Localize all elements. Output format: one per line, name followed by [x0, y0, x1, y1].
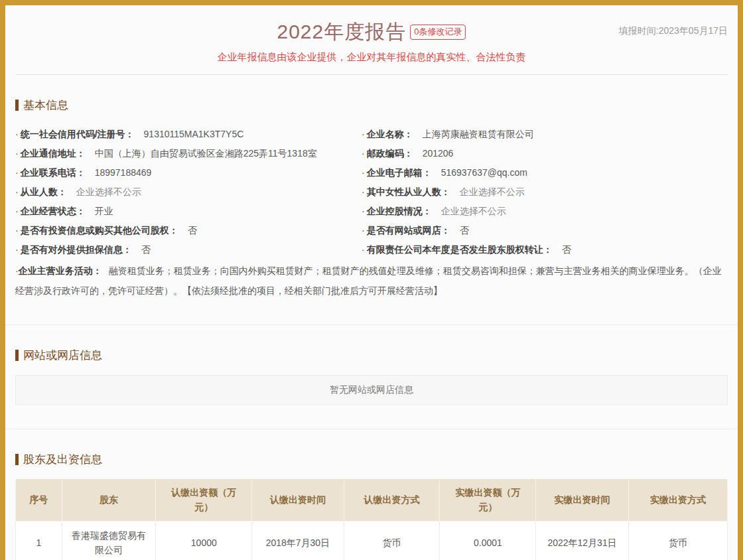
basic-info-field: ·企业电子邮箱：516937637@qq.com: [362, 163, 728, 182]
basic-info-field: ·有限责任公司本年度是否发生股东股权转让：否: [362, 240, 728, 259]
field-value: 否: [562, 244, 571, 255]
column-header: 序号: [16, 479, 62, 521]
website-empty-box: 暂无网站或网店信息: [15, 375, 728, 405]
bullet-icon: ·: [15, 206, 19, 216]
main-business-field: ·企业主营业务活动：融资租赁业务；租赁业务；向国内外购买租赁财产；租赁财产的残值…: [15, 261, 728, 301]
field-label: 邮政编码：: [367, 148, 413, 159]
field-value: 企业选择不公示: [441, 206, 506, 216]
column-header: 实缴出资时间: [536, 479, 628, 521]
bullet-icon: ·: [362, 186, 365, 197]
basic-info-field: ·企业名称：上海芮康融资租赁有限公司: [362, 125, 728, 144]
field-value: 否: [460, 225, 469, 236]
bullet-icon: ·: [15, 225, 19, 236]
field-label: 企业通信地址：: [21, 148, 86, 159]
disclaimer-text: 企业年报信息由该企业提供，企业对其年报信息的真实性、合法性负责: [5, 51, 738, 64]
bullet-icon: ·: [362, 206, 365, 216]
field-label: 企业联系电话：: [21, 167, 86, 178]
bullet-icon: ·: [15, 167, 19, 178]
field-label: 企业电子邮箱：: [367, 167, 432, 178]
section-marker-icon: [15, 350, 19, 361]
basic-info-section: 基本信息 ·统一社会信用代码/注册号：91310115MA1K3T7Y5C·企业…: [5, 98, 738, 324]
basic-info-field: ·企业联系电话：18997188469: [15, 163, 355, 182]
basic-info-fields: ·统一社会信用代码/注册号：91310115MA1K3T7Y5C·企业名称：上海…: [15, 125, 728, 259]
bullet-icon: ·: [15, 129, 19, 139]
column-header: 认缴出资方式: [344, 479, 440, 521]
field-value: 否: [188, 225, 197, 236]
bullet-icon: ·: [15, 186, 19, 197]
bullet-icon: ·: [362, 148, 365, 159]
basic-info-field: ·是否有投资信息或购买其他公司股权：否: [15, 221, 355, 240]
shareholders-title-text: 股东及出资信息: [23, 452, 102, 467]
bullet-icon: ·: [15, 148, 19, 159]
bullet-icon: ·: [15, 265, 19, 276]
modification-records-badge[interactable]: 0条修改记录: [410, 25, 466, 40]
column-header: 实缴出资方式: [628, 479, 727, 521]
field-value: 18997188469: [95, 167, 152, 178]
field-label: 企业名称：: [367, 129, 413, 139]
field-value: 中国（上海）自由贸易试验区金湘路225弄11号1318室: [95, 148, 317, 159]
table-row: 1香港瑞盛德贸易有限公司100002018年7月30日货币0.00012022年…: [16, 521, 728, 560]
field-label: 其中女性从业人数：: [367, 186, 450, 197]
table-cell: 0.0001: [440, 521, 536, 560]
field-label: 是否有网站或网店：: [367, 225, 450, 236]
field-value: 上海芮康融资租赁有限公司: [423, 129, 534, 139]
report-header: 2022年度报告0条修改记录 填报时间:2023年05月17日 企业年报信息由该…: [5, 5, 738, 75]
report-time-text: 填报时间:2023年05月17日: [619, 25, 728, 37]
basic-info-field: ·是否有对外提供担保信息：否: [15, 240, 355, 259]
main-business-label: 企业主营业务活动：: [19, 265, 102, 276]
basic-info-field: ·其中女性从业人数：企业选择不公示: [362, 182, 728, 202]
field-value: 516937637@qq.com: [441, 167, 527, 178]
bullet-icon: ·: [362, 129, 365, 139]
basic-info-title-text: 基本信息: [23, 98, 68, 113]
shareholders-title: 股东及出资信息: [15, 452, 728, 467]
field-label: 企业经营状态：: [21, 206, 86, 216]
table-header-row: 序号股东认缴出资额（万元）认缴出资时间认缴出资方式实缴出资额（万元）实缴出资时间…: [16, 479, 728, 521]
website-info-section: 网站或网店信息 暂无网站或网店信息: [5, 348, 738, 405]
basic-info-field: ·是否有网站或网店：否: [362, 221, 728, 240]
page-title: 2022年度报告: [277, 19, 407, 46]
column-header: 认缴出资额（万元）: [156, 479, 252, 521]
table-cell: 2018年7月30日: [252, 521, 344, 560]
basic-info-field: ·企业通信地址：中国（上海）自由贸易试验区金湘路225弄11号1318室: [15, 144, 355, 163]
table-cell: 1: [16, 521, 62, 560]
website-info-title: 网站或网店信息: [15, 348, 728, 363]
field-label: 企业控股情况：: [367, 206, 432, 216]
table-cell: 10000: [156, 521, 252, 560]
section-marker-icon: [15, 100, 19, 111]
table-cell: 货币: [628, 521, 727, 560]
basic-info-title: 基本信息: [15, 98, 728, 113]
field-label: 是否有对外提供担保信息：: [21, 244, 132, 255]
basic-info-field: ·统一社会信用代码/注册号：91310115MA1K3T7Y5C: [15, 125, 355, 144]
bullet-icon: ·: [362, 167, 365, 178]
column-header: 股东: [62, 479, 156, 521]
basic-info-field: ·企业控股情况：企业选择不公示: [362, 202, 728, 221]
section-divider: [5, 429, 738, 429]
column-header: 实缴出资额（万元）: [440, 479, 536, 521]
table-cell: 香港瑞盛德贸易有限公司: [62, 521, 156, 560]
shareholders-section: 股东及出资信息 序号股东认缴出资额（万元）认缴出资时间认缴出资方式实缴出资额（万…: [5, 452, 738, 560]
field-value: 201206: [423, 148, 454, 159]
basic-info-field: ·企业经营状态：开业: [15, 202, 355, 221]
bullet-icon: ·: [362, 244, 365, 255]
table-cell: 货币: [344, 521, 440, 560]
annual-report-page: 2022年度报告0条修改记录 填报时间:2023年05月17日 企业年报信息由该…: [0, 0, 743, 560]
basic-info-field: ·从业人数：企业选择不公示: [15, 182, 355, 202]
section-marker-icon: [15, 454, 19, 465]
field-value: 开业: [95, 206, 113, 216]
field-label: 是否有投资信息或购买其他公司股权：: [21, 225, 178, 236]
header-divider: [15, 74, 728, 75]
website-info-title-text: 网站或网店信息: [23, 348, 102, 363]
basic-info-field: ·邮政编码：201206: [362, 144, 728, 163]
shareholders-table: 序号股东认缴出资额（万元）认缴出资时间认缴出资方式实缴出资额（万元）实缴出资时间…: [15, 479, 728, 560]
field-value: 否: [141, 244, 151, 255]
column-header: 认缴出资时间: [252, 479, 344, 521]
bullet-icon: ·: [15, 244, 19, 255]
field-label: 从业人数：: [21, 186, 67, 197]
field-value: 企业选择不公示: [76, 186, 141, 197]
bullet-icon: ·: [362, 225, 365, 236]
field-value: 91310115MA1K3T7Y5C: [144, 129, 244, 139]
field-label: 统一社会信用代码/注册号：: [21, 129, 135, 139]
table-cell: 2022年12月31日: [536, 521, 628, 560]
field-value: 企业选择不公示: [460, 186, 525, 197]
field-label: 有限责任公司本年度是否发生股东股权转让：: [367, 244, 553, 255]
